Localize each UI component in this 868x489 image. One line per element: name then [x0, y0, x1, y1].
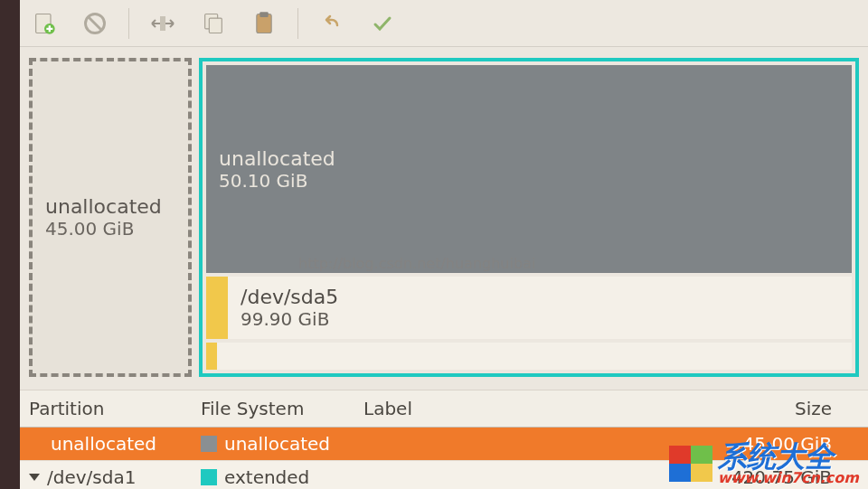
- table-header: Partition File System Label Size: [20, 390, 868, 428]
- cell-label: [354, 472, 481, 483]
- toolbar: [20, 0, 868, 47]
- svg-rect-4: [160, 16, 165, 31]
- filesystem-name: extended: [224, 466, 309, 488]
- cell-partition: /dev/sda1: [20, 461, 192, 489]
- block-size: 50.10 GiB: [219, 170, 839, 192]
- svg-rect-8: [259, 12, 268, 17]
- site-watermark: 系统大全 www.win7cn.com: [669, 442, 859, 485]
- disk-map: unallocated 45.00 GiB unallocated 50.10 …: [20, 47, 868, 390]
- col-partition[interactable]: Partition: [20, 390, 192, 427]
- launcher-strip: [0, 0, 20, 489]
- block-size: 99.90 GiB: [241, 308, 839, 330]
- block-label: unallocated: [219, 147, 839, 170]
- disk-block-tail[interactable]: [206, 343, 852, 370]
- paste-button[interactable]: [247, 6, 281, 41]
- new-partition-button[interactable]: [27, 6, 61, 41]
- col-filesystem[interactable]: File System: [192, 390, 354, 427]
- source-url-watermark: http://blog.csdn.net/huanghuibai: [298, 255, 535, 272]
- cell-label: [354, 438, 481, 449]
- disk-block-unallocated-1[interactable]: unallocated 45.00 GiB: [29, 58, 192, 377]
- delete-button[interactable]: [78, 6, 112, 41]
- col-size[interactable]: Size: [481, 390, 868, 427]
- apply-button[interactable]: [365, 6, 400, 41]
- watermark-text: 系统大全 www.win7cn.com: [718, 442, 859, 485]
- resize-button[interactable]: [146, 6, 180, 41]
- separator: [297, 8, 298, 39]
- filesystem-color-icon: [201, 436, 217, 452]
- gparted-window: unallocated 45.00 GiB unallocated 50.10 …: [20, 0, 868, 489]
- block-size: 45.00 GiB: [45, 218, 175, 240]
- disk-block-unallocated-2[interactable]: unallocated 50.10 GiB: [206, 65, 852, 273]
- watermark-logo-icon: [669, 446, 712, 482]
- disk-block-sda5[interactable]: /dev/sda5 99.90 GiB: [206, 277, 852, 339]
- expander-icon[interactable]: [29, 474, 40, 481]
- block-label: /dev/sda5: [241, 286, 839, 308]
- svg-rect-6: [209, 18, 222, 33]
- svg-line-3: [89, 17, 101, 30]
- undo-button[interactable]: [315, 6, 349, 41]
- cell-partition: unallocated: [20, 428, 192, 460]
- watermark-title: 系统大全: [718, 442, 859, 471]
- partition-name: /dev/sda1: [47, 466, 136, 488]
- copy-button[interactable]: [196, 6, 231, 41]
- watermark-url: www.win7cn.com: [718, 471, 859, 485]
- cell-filesystem: extended: [192, 461, 354, 489]
- filesystem-name: unallocated: [224, 433, 330, 455]
- partition-name: unallocated: [51, 433, 156, 455]
- separator: [128, 8, 129, 39]
- filesystem-color-icon: [201, 469, 217, 485]
- block-label: unallocated: [45, 195, 175, 218]
- cell-filesystem: unallocated: [192, 428, 354, 460]
- col-label[interactable]: Label: [354, 390, 481, 427]
- disk-block-extended: unallocated 50.10 GiB /dev/sda5 99.90 Gi…: [199, 58, 859, 377]
